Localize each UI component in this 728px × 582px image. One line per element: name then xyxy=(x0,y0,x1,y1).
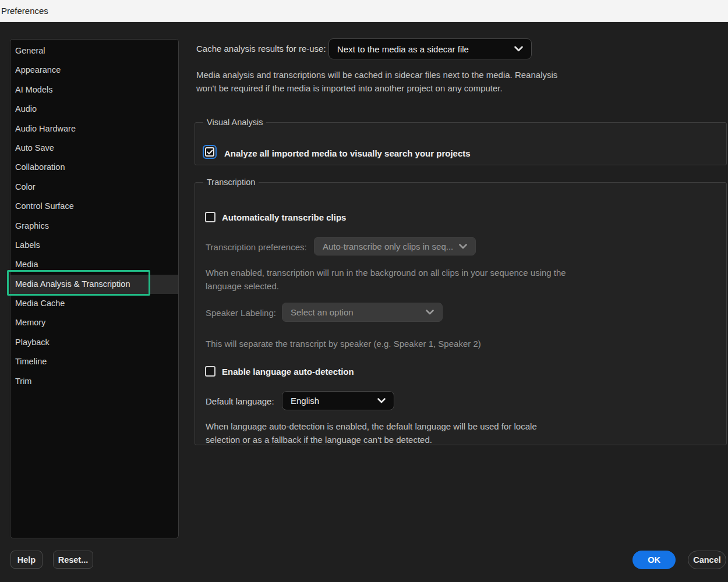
auto-transcribe-checkbox[interactable] xyxy=(205,212,215,222)
sidebar-item-labels[interactable]: Labels xyxy=(10,236,178,255)
visual-analysis-group: Visual Analysis Analyze all imported med… xyxy=(195,118,727,165)
default-language-dropdown-value: English xyxy=(291,396,372,406)
sidebar-item-collaboration[interactable]: Collaboration xyxy=(10,158,178,177)
cache-results-dropdown[interactable]: Next to the media as a sidecar file xyxy=(328,38,532,59)
transcription-group: Transcription Automatically transcribe c… xyxy=(195,178,727,445)
transcription-preferences-label: Transcription preferences: xyxy=(206,242,307,252)
checkbox-checked-icon xyxy=(205,147,214,157)
auto-transcribe-checkbox-label: Automatically transcribe clips xyxy=(222,212,346,222)
sidebar-item-playback[interactable]: Playback xyxy=(10,333,178,352)
cancel-button-label: Cancel xyxy=(693,555,721,565)
preferences-dialog: Preferences General Appearance AI Models… xyxy=(0,0,728,582)
speaker-labeling-description: This will separate the transcript by spe… xyxy=(206,337,578,350)
sidebar-item-audio-hardware[interactable]: Audio Hardware xyxy=(10,119,178,139)
analyze-media-checkbox[interactable] xyxy=(203,145,217,159)
ok-button[interactable]: OK xyxy=(632,551,676,569)
speaker-labeling-dropdown-value: Select an option xyxy=(291,307,420,317)
analyze-media-checkbox-label: Analyze all imported media to visually s… xyxy=(224,148,471,158)
visual-analysis-legend: Visual Analysis xyxy=(203,118,266,127)
sidebar-item-timeline[interactable]: Timeline xyxy=(10,352,178,371)
sidebar-item-media-cache[interactable]: Media Cache xyxy=(10,294,178,313)
title-bar: Preferences xyxy=(0,0,728,22)
chevron-down-icon xyxy=(426,310,434,315)
default-language-label: Default language: xyxy=(206,396,274,406)
cache-description: Media analysis and transcriptions will b… xyxy=(196,68,572,95)
cache-results-dropdown-value: Next to the media as a sidecar file xyxy=(337,44,508,54)
transcription-preferences-description: When enabled, transcription will run in … xyxy=(206,266,570,293)
default-language-description: When language auto-detection is enabled,… xyxy=(206,420,555,446)
reset-button-label: Reset... xyxy=(58,555,89,565)
cancel-button[interactable]: Cancel xyxy=(688,551,726,569)
dialog-title: Preferences xyxy=(0,6,48,16)
sidebar-item-audio[interactable]: Audio xyxy=(10,100,178,119)
category-sidebar: General Appearance AI Models Audio Audio… xyxy=(10,39,179,538)
cache-results-label: Cache analysis results for re-use: xyxy=(196,44,326,54)
chevron-down-icon xyxy=(459,244,467,249)
transcription-preferences-dropdown: Auto-transcribe only clips in seq... xyxy=(314,237,476,255)
chevron-down-icon xyxy=(514,46,523,52)
sidebar-item-trim[interactable]: Trim xyxy=(10,372,178,391)
sidebar-item-memory[interactable]: Memory xyxy=(10,313,178,332)
sidebar-item-control-surface[interactable]: Control Surface xyxy=(10,197,178,216)
help-button-label: Help xyxy=(17,555,36,565)
help-button[interactable]: Help xyxy=(10,551,43,569)
category-list: General Appearance AI Models Audio Audio… xyxy=(10,41,178,391)
transcription-legend: Transcription xyxy=(203,178,259,187)
language-autodetect-checkbox-label: Enable language auto-detection xyxy=(222,367,354,377)
sidebar-item-ai-models[interactable]: AI Models xyxy=(10,80,178,100)
chevron-down-icon xyxy=(377,398,386,403)
sidebar-item-media[interactable]: Media xyxy=(10,255,178,274)
sidebar-item-general[interactable]: General xyxy=(10,41,178,61)
sidebar-item-appearance[interactable]: Appearance xyxy=(10,61,178,80)
sidebar-item-color[interactable]: Color xyxy=(10,178,178,197)
transcription-preferences-dropdown-value: Auto-transcribe only clips in seq... xyxy=(323,242,453,251)
default-language-dropdown[interactable]: English xyxy=(282,391,394,410)
speaker-labeling-label: Speaker Labeling: xyxy=(206,308,276,318)
reset-button[interactable]: Reset... xyxy=(53,551,93,569)
sidebar-item-graphics[interactable]: Graphics xyxy=(10,217,178,236)
language-autodetect-checkbox[interactable] xyxy=(205,366,215,377)
sidebar-item-media-analysis-transcription[interactable]: Media Analysis & Transcription xyxy=(10,275,178,294)
speaker-labeling-dropdown: Select an option xyxy=(282,303,443,322)
ok-button-label: OK xyxy=(648,555,660,565)
sidebar-item-auto-save[interactable]: Auto Save xyxy=(10,139,178,158)
